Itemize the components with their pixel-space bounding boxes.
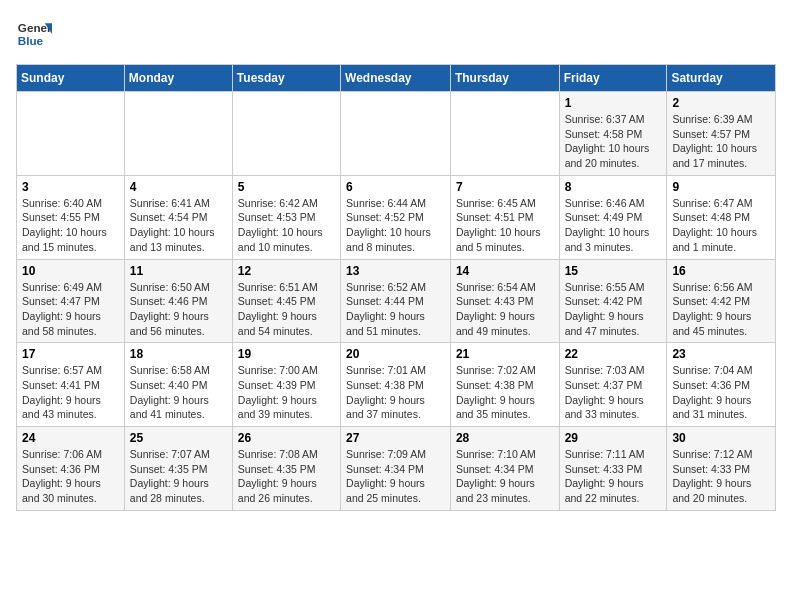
calendar-cell: 14Sunrise: 6:54 AM Sunset: 4:43 PM Dayli… xyxy=(450,259,559,343)
day-info: Sunrise: 7:06 AM Sunset: 4:36 PM Dayligh… xyxy=(22,447,119,506)
day-info: Sunrise: 7:02 AM Sunset: 4:38 PM Dayligh… xyxy=(456,363,554,422)
calendar-cell: 24Sunrise: 7:06 AM Sunset: 4:36 PM Dayli… xyxy=(17,427,125,511)
calendar-cell: 17Sunrise: 6:57 AM Sunset: 4:41 PM Dayli… xyxy=(17,343,125,427)
calendar-cell: 18Sunrise: 6:58 AM Sunset: 4:40 PM Dayli… xyxy=(124,343,232,427)
calendar-cell: 5Sunrise: 6:42 AM Sunset: 4:53 PM Daylig… xyxy=(232,175,340,259)
calendar-cell: 23Sunrise: 7:04 AM Sunset: 4:36 PM Dayli… xyxy=(667,343,776,427)
calendar-cell: 25Sunrise: 7:07 AM Sunset: 4:35 PM Dayli… xyxy=(124,427,232,511)
day-number: 6 xyxy=(346,180,445,194)
dow-header-thursday: Thursday xyxy=(450,65,559,92)
day-number: 18 xyxy=(130,347,227,361)
calendar-cell: 11Sunrise: 6:50 AM Sunset: 4:46 PM Dayli… xyxy=(124,259,232,343)
calendar-cell: 19Sunrise: 7:00 AM Sunset: 4:39 PM Dayli… xyxy=(232,343,340,427)
day-info: Sunrise: 7:07 AM Sunset: 4:35 PM Dayligh… xyxy=(130,447,227,506)
dow-header-friday: Friday xyxy=(559,65,667,92)
calendar-cell xyxy=(450,92,559,176)
svg-text:General: General xyxy=(18,21,52,34)
calendar-cell: 16Sunrise: 6:56 AM Sunset: 4:42 PM Dayli… xyxy=(667,259,776,343)
day-info: Sunrise: 6:56 AM Sunset: 4:42 PM Dayligh… xyxy=(672,280,770,339)
day-number: 7 xyxy=(456,180,554,194)
calendar-cell xyxy=(17,92,125,176)
dow-header-wednesday: Wednesday xyxy=(341,65,451,92)
calendar-cell: 26Sunrise: 7:08 AM Sunset: 4:35 PM Dayli… xyxy=(232,427,340,511)
day-number: 19 xyxy=(238,347,335,361)
day-number: 15 xyxy=(565,264,662,278)
calendar-cell xyxy=(124,92,232,176)
day-info: Sunrise: 6:45 AM Sunset: 4:51 PM Dayligh… xyxy=(456,196,554,255)
calendar-cell: 10Sunrise: 6:49 AM Sunset: 4:47 PM Dayli… xyxy=(17,259,125,343)
calendar-cell: 6Sunrise: 6:44 AM Sunset: 4:52 PM Daylig… xyxy=(341,175,451,259)
day-number: 28 xyxy=(456,431,554,445)
day-info: Sunrise: 6:39 AM Sunset: 4:57 PM Dayligh… xyxy=(672,112,770,171)
logo: General Blue xyxy=(16,16,52,52)
day-number: 3 xyxy=(22,180,119,194)
day-info: Sunrise: 6:57 AM Sunset: 4:41 PM Dayligh… xyxy=(22,363,119,422)
day-number: 25 xyxy=(130,431,227,445)
day-info: Sunrise: 6:42 AM Sunset: 4:53 PM Dayligh… xyxy=(238,196,335,255)
calendar-cell: 21Sunrise: 7:02 AM Sunset: 4:38 PM Dayli… xyxy=(450,343,559,427)
day-number: 14 xyxy=(456,264,554,278)
calendar-cell: 30Sunrise: 7:12 AM Sunset: 4:33 PM Dayli… xyxy=(667,427,776,511)
day-info: Sunrise: 6:44 AM Sunset: 4:52 PM Dayligh… xyxy=(346,196,445,255)
dow-header-sunday: Sunday xyxy=(17,65,125,92)
day-info: Sunrise: 6:50 AM Sunset: 4:46 PM Dayligh… xyxy=(130,280,227,339)
day-number: 1 xyxy=(565,96,662,110)
day-number: 5 xyxy=(238,180,335,194)
calendar-cell: 8Sunrise: 6:46 AM Sunset: 4:49 PM Daylig… xyxy=(559,175,667,259)
day-number: 27 xyxy=(346,431,445,445)
day-number: 17 xyxy=(22,347,119,361)
day-number: 20 xyxy=(346,347,445,361)
day-info: Sunrise: 6:55 AM Sunset: 4:42 PM Dayligh… xyxy=(565,280,662,339)
calendar-cell xyxy=(341,92,451,176)
calendar-cell: 4Sunrise: 6:41 AM Sunset: 4:54 PM Daylig… xyxy=(124,175,232,259)
dow-header-saturday: Saturday xyxy=(667,65,776,92)
day-info: Sunrise: 6:46 AM Sunset: 4:49 PM Dayligh… xyxy=(565,196,662,255)
day-info: Sunrise: 7:00 AM Sunset: 4:39 PM Dayligh… xyxy=(238,363,335,422)
day-info: Sunrise: 7:08 AM Sunset: 4:35 PM Dayligh… xyxy=(238,447,335,506)
calendar-cell: 28Sunrise: 7:10 AM Sunset: 4:34 PM Dayli… xyxy=(450,427,559,511)
day-number: 24 xyxy=(22,431,119,445)
calendar-cell xyxy=(232,92,340,176)
dow-header-tuesday: Tuesday xyxy=(232,65,340,92)
calendar-cell: 27Sunrise: 7:09 AM Sunset: 4:34 PM Dayli… xyxy=(341,427,451,511)
day-info: Sunrise: 7:03 AM Sunset: 4:37 PM Dayligh… xyxy=(565,363,662,422)
calendar-cell: 22Sunrise: 7:03 AM Sunset: 4:37 PM Dayli… xyxy=(559,343,667,427)
day-number: 12 xyxy=(238,264,335,278)
day-info: Sunrise: 6:49 AM Sunset: 4:47 PM Dayligh… xyxy=(22,280,119,339)
calendar-cell: 20Sunrise: 7:01 AM Sunset: 4:38 PM Dayli… xyxy=(341,343,451,427)
day-info: Sunrise: 6:37 AM Sunset: 4:58 PM Dayligh… xyxy=(565,112,662,171)
day-info: Sunrise: 7:04 AM Sunset: 4:36 PM Dayligh… xyxy=(672,363,770,422)
day-info: Sunrise: 6:54 AM Sunset: 4:43 PM Dayligh… xyxy=(456,280,554,339)
day-number: 30 xyxy=(672,431,770,445)
day-info: Sunrise: 7:01 AM Sunset: 4:38 PM Dayligh… xyxy=(346,363,445,422)
day-number: 4 xyxy=(130,180,227,194)
dow-header-monday: Monday xyxy=(124,65,232,92)
day-number: 10 xyxy=(22,264,119,278)
day-info: Sunrise: 7:12 AM Sunset: 4:33 PM Dayligh… xyxy=(672,447,770,506)
day-info: Sunrise: 7:11 AM Sunset: 4:33 PM Dayligh… xyxy=(565,447,662,506)
day-number: 29 xyxy=(565,431,662,445)
day-number: 9 xyxy=(672,180,770,194)
day-info: Sunrise: 7:09 AM Sunset: 4:34 PM Dayligh… xyxy=(346,447,445,506)
calendar-table: SundayMondayTuesdayWednesdayThursdayFrid… xyxy=(16,64,776,511)
day-info: Sunrise: 6:51 AM Sunset: 4:45 PM Dayligh… xyxy=(238,280,335,339)
calendar-cell: 3Sunrise: 6:40 AM Sunset: 4:55 PM Daylig… xyxy=(17,175,125,259)
calendar-cell: 9Sunrise: 6:47 AM Sunset: 4:48 PM Daylig… xyxy=(667,175,776,259)
day-number: 11 xyxy=(130,264,227,278)
calendar-cell: 29Sunrise: 7:11 AM Sunset: 4:33 PM Dayli… xyxy=(559,427,667,511)
calendar-cell: 7Sunrise: 6:45 AM Sunset: 4:51 PM Daylig… xyxy=(450,175,559,259)
header: General Blue xyxy=(16,16,776,52)
day-number: 2 xyxy=(672,96,770,110)
day-info: Sunrise: 6:40 AM Sunset: 4:55 PM Dayligh… xyxy=(22,196,119,255)
day-number: 26 xyxy=(238,431,335,445)
calendar-cell: 12Sunrise: 6:51 AM Sunset: 4:45 PM Dayli… xyxy=(232,259,340,343)
day-number: 13 xyxy=(346,264,445,278)
day-info: Sunrise: 6:58 AM Sunset: 4:40 PM Dayligh… xyxy=(130,363,227,422)
calendar-cell: 2Sunrise: 6:39 AM Sunset: 4:57 PM Daylig… xyxy=(667,92,776,176)
svg-text:Blue: Blue xyxy=(18,34,44,47)
day-info: Sunrise: 6:52 AM Sunset: 4:44 PM Dayligh… xyxy=(346,280,445,339)
day-info: Sunrise: 6:41 AM Sunset: 4:54 PM Dayligh… xyxy=(130,196,227,255)
logo-icon: General Blue xyxy=(16,16,52,52)
day-number: 8 xyxy=(565,180,662,194)
day-info: Sunrise: 7:10 AM Sunset: 4:34 PM Dayligh… xyxy=(456,447,554,506)
